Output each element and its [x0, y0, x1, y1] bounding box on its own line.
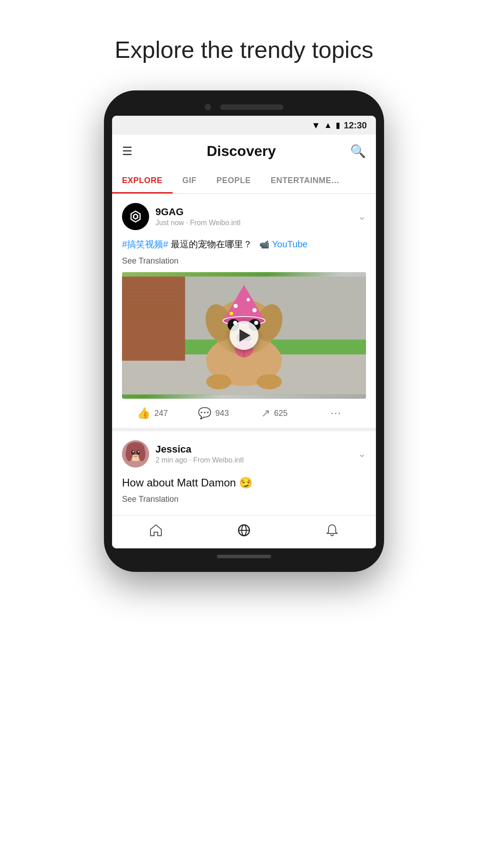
- post-1-actions: 👍 247 💬 943 ↗ 625 ⋯: [122, 399, 366, 428]
- app-bar: ☰ Discovery 🔍: [112, 135, 376, 168]
- tabs-bar: EXPLORE GIF PEOPLE ENTERTAINME…: [112, 168, 376, 194]
- post-1-hashtag[interactable]: #搞笑视频#: [122, 239, 168, 249]
- svg-point-21: [253, 308, 257, 312]
- home-icon: [149, 523, 163, 541]
- post-card-1: 9GAG Just now · From Weibo.intl ⌄ #搞笑视频#…: [112, 194, 376, 431]
- phone-bottom: [112, 555, 376, 558]
- post-2-header: Jessica 2 min ago · From Weibo.intl ⌄: [122, 440, 366, 467]
- svg-point-19: [234, 304, 238, 308]
- status-icons: ▼ ▲ ▮ 12:30: [311, 120, 367, 131]
- svg-point-38: [131, 450, 135, 455]
- post-1-username: 9GAG: [155, 206, 240, 218]
- hamburger-icon[interactable]: ☰: [122, 144, 132, 158]
- post-1-see-translation[interactable]: See Translation: [122, 256, 366, 266]
- post-1-meta: Just now · From Weibo.intl: [155, 219, 240, 227]
- svg-point-41: [138, 451, 140, 453]
- camera-dot: [205, 104, 211, 110]
- app-title: Discovery: [207, 143, 276, 160]
- status-bar: ▼ ▲ ▮ 12:30: [112, 116, 376, 135]
- svg-point-32: [257, 374, 282, 390]
- svg-point-31: [206, 374, 231, 390]
- repost-icon: ↗: [261, 407, 270, 420]
- wifi-icon: ▼: [311, 120, 320, 131]
- repost-action[interactable]: ↗ 625: [244, 407, 305, 420]
- phone-shell: ▼ ▲ ▮ 12:30 ☰ Discovery 🔍 EXPLORE GIF PE…: [104, 90, 384, 572]
- play-button[interactable]: [230, 321, 258, 350]
- tab-people[interactable]: PEOPLE: [206, 168, 261, 193]
- post-2-username: Jessica: [155, 443, 244, 455]
- post-card-2: Jessica 2 min ago · From Weibo.intl ⌄ Ho…: [112, 431, 376, 515]
- youtube-link[interactable]: YouTube: [272, 239, 308, 249]
- svg-point-27: [254, 321, 258, 325]
- comment-action[interactable]: 💬 943: [183, 407, 244, 420]
- speaker-bar: [220, 104, 283, 110]
- like-action[interactable]: 👍 247: [122, 407, 183, 420]
- post-2-text: How about Matt Damon 😏: [122, 475, 366, 491]
- repost-count: 625: [274, 409, 287, 418]
- phone-screen: ▼ ▲ ▮ 12:30 ☰ Discovery 🔍 EXPLORE GIF PE…: [112, 116, 376, 548]
- bottom-nav: [112, 515, 376, 548]
- post-1-text-content: 最逗的宠物在哪里？: [171, 239, 252, 249]
- post-1-video-thumb[interactable]: [122, 272, 366, 399]
- like-icon: 👍: [137, 407, 150, 420]
- post-2-chevron[interactable]: ⌄: [358, 448, 366, 460]
- comment-count: 943: [215, 409, 229, 418]
- tab-gif[interactable]: GIF: [173, 168, 207, 193]
- bell-icon: [325, 523, 339, 541]
- nav-discover[interactable]: [200, 523, 288, 541]
- share-icon: ⋯: [330, 407, 341, 420]
- nav-notifications[interactable]: [288, 523, 376, 541]
- post-1-text: #搞笑视频# 最逗的宠物在哪里？ 📹 YouTube: [122, 237, 366, 251]
- tab-entertainment[interactable]: ENTERTAINME…: [261, 168, 350, 193]
- discover-icon: [237, 523, 251, 541]
- post-1-header: 9GAG Just now · From Weibo.intl ⌄: [122, 203, 366, 230]
- svg-point-40: [133, 451, 134, 453]
- search-button[interactable]: 🔍: [350, 144, 366, 159]
- home-indicator: [217, 555, 271, 558]
- post-2-meta: 2 min ago · From Weibo.intl: [155, 456, 244, 464]
- svg-point-39: [136, 450, 140, 455]
- post-1-chevron[interactable]: ⌄: [358, 211, 366, 222]
- like-count: 247: [154, 409, 168, 418]
- comment-icon: 💬: [198, 407, 211, 420]
- post-2-see-translation[interactable]: See Translation: [122, 495, 366, 504]
- share-action[interactable]: ⋯: [305, 407, 366, 420]
- time-display: 12:30: [344, 120, 367, 131]
- nav-home[interactable]: [112, 523, 200, 541]
- svg-point-20: [247, 298, 250, 301]
- signal-icon: ▲: [324, 121, 332, 130]
- svg-point-22: [230, 312, 233, 315]
- avatar-9gag: [122, 203, 149, 230]
- avatar-jessica: [122, 440, 149, 467]
- tab-explore[interactable]: EXPLORE: [112, 168, 173, 193]
- battery-icon: ▮: [336, 120, 340, 130]
- page-heading: Explore the trendy topics: [115, 36, 373, 63]
- phone-top: [112, 104, 376, 110]
